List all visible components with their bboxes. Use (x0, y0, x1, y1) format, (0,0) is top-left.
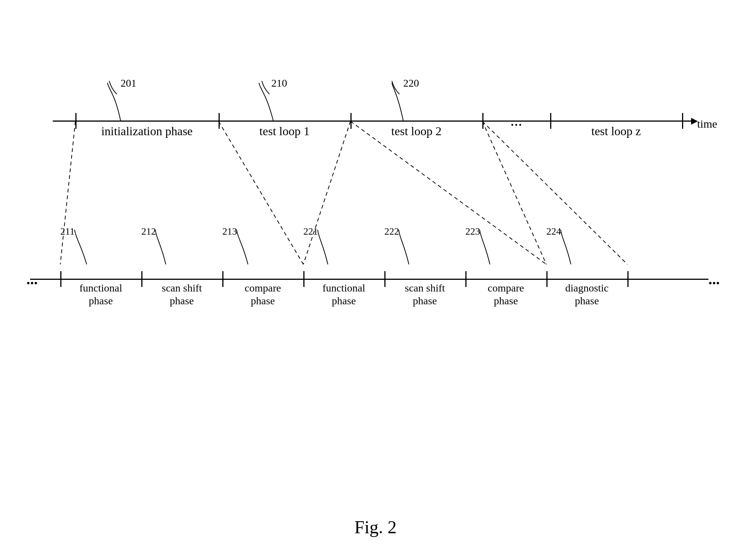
svg-line-5 (482, 121, 627, 264)
callout-224: 224 (546, 226, 561, 237)
seg-dots-label: ··· (482, 116, 550, 134)
ellipsis-right: ··· (708, 274, 720, 292)
callout-213: 213 (222, 226, 237, 237)
seg-comp213-label: comparephase (222, 282, 303, 307)
bottom-timeline: ··· ··· functionalphase scan shiftphase … (30, 264, 716, 294)
ellipsis-left: ··· (26, 274, 38, 292)
seg-loop1-label: test loop 1 (219, 124, 350, 138)
callout-210: 210 (271, 77, 287, 89)
top-timeline: time initialization phase test loop 1 te… (53, 105, 701, 136)
seg-init-label: initialization phase (75, 124, 219, 138)
svg-line-2 (303, 121, 350, 264)
seg-loopz-label: test loop z (550, 124, 682, 138)
svg-line-1 (219, 121, 303, 264)
bottom-axis (30, 279, 708, 280)
tick-5 (682, 113, 683, 129)
callout-221: 221 (303, 226, 318, 237)
seg-diag224-label: diagnosticphase (546, 282, 627, 307)
svg-line-3 (350, 121, 546, 264)
callout-222: 222 (384, 226, 399, 237)
diagram-container: time initialization phase test loop 1 te… (30, 45, 727, 497)
time-label: time (697, 117, 717, 130)
seg-scan212-label: scan shiftphase (141, 282, 222, 307)
seg-scan222-label: scan shiftphase (384, 282, 465, 307)
seg-func221-label: functionalphase (303, 282, 384, 307)
svg-line-4 (482, 121, 546, 264)
b-tick-7 (627, 271, 629, 287)
figure-label: Fig. 2 (354, 517, 396, 537)
callout-201: 201 (121, 77, 136, 89)
callout-211: 211 (60, 226, 75, 237)
seg-comp223-label: comparephase (465, 282, 546, 307)
top-axis (53, 121, 693, 122)
seg-func211-label: functionalphase (60, 282, 141, 307)
callout-220: 220 (403, 77, 419, 89)
callout-212: 212 (141, 226, 156, 237)
seg-loop2-label: test loop 2 (350, 124, 482, 138)
callout-223: 223 (465, 226, 480, 237)
svg-line-0 (60, 121, 75, 264)
